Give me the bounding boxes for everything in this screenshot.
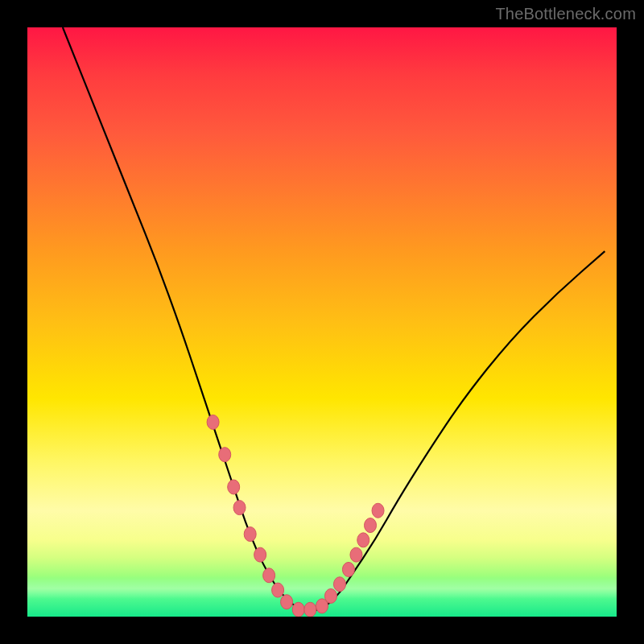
marker-dot bbox=[207, 415, 219, 429]
marker-dot bbox=[372, 503, 384, 518]
chart-frame: TheBottleneck.com bbox=[0, 0, 644, 644]
bottleneck-curve bbox=[63, 27, 605, 611]
marker-group bbox=[207, 415, 384, 617]
marker-dot bbox=[228, 480, 240, 494]
marker-dot bbox=[233, 501, 246, 515]
marker-dot bbox=[292, 602, 304, 617]
marker-dot bbox=[365, 518, 377, 533]
watermark-text: TheBottleneck.com bbox=[495, 5, 636, 23]
marker-dot bbox=[272, 583, 284, 597]
marker-dot bbox=[357, 533, 369, 547]
marker-dot bbox=[350, 547, 362, 562]
marker-dot bbox=[333, 577, 345, 592]
marker-dot bbox=[304, 602, 316, 617]
chart-svg bbox=[27, 27, 617, 617]
marker-dot bbox=[324, 588, 336, 603]
marker-dot bbox=[219, 448, 231, 462]
marker-dot bbox=[263, 568, 275, 583]
plot-area bbox=[27, 27, 617, 617]
marker-dot bbox=[281, 595, 293, 609]
marker-dot bbox=[254, 547, 266, 562]
marker-dot bbox=[342, 562, 354, 576]
marker-dot bbox=[244, 527, 256, 542]
